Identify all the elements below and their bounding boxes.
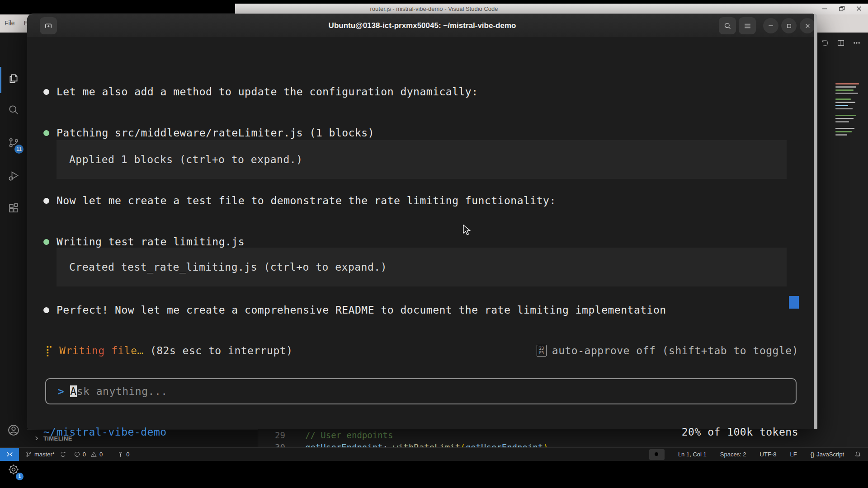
editor-right-slice [817, 33, 868, 447]
errors-icon [74, 451, 80, 458]
code-token: : [383, 442, 388, 447]
more-actions-icon[interactable] [853, 39, 861, 47]
broadcast-count: 0 [126, 451, 129, 458]
terminal-minimize-button[interactable] [763, 18, 778, 33]
new-tab-icon [44, 21, 53, 30]
indentation-status[interactable]: Spaces: 2 [717, 448, 750, 461]
minimap-line [835, 102, 855, 103]
vscode-window-controls [821, 5, 863, 12]
chat-input[interactable]: >Ask anything... [45, 378, 797, 404]
terminal-window: Ubuntu@0138-ict-prxmx50045: ~/mistral-vi… [27, 14, 817, 429]
token-usage: 20% of 100k tokens [682, 426, 798, 438]
sidebar-item-source-control[interactable]: 11 [3, 132, 24, 154]
problems-status[interactable]: 0 0 [70, 448, 106, 461]
terminal-search-button[interactable] [719, 17, 736, 34]
encoding-status[interactable]: UTF-8 [756, 448, 780, 461]
broadcast-status[interactable]: 0 [113, 448, 133, 461]
active-view-indicator [0, 67, 1, 93]
status-action: Writing file… [59, 345, 144, 357]
minimap-line [835, 118, 854, 119]
spinner-icon: ⡏ [45, 345, 53, 357]
scm-badge: 11 [14, 145, 24, 154]
hamburger-menu-icon [743, 22, 752, 30]
code-token: ( [460, 442, 465, 447]
history-icon[interactable] [821, 39, 829, 47]
terminal-close-button[interactable] [800, 18, 815, 33]
notifications-bell-icon[interactable] [854, 450, 862, 458]
vscode-titlebar: router.js - mistral-vibe-demo - Visual S… [235, 4, 868, 14]
code-line-29: 29// User endpoints [258, 430, 393, 440]
new-tab-button[interactable] [40, 17, 57, 34]
minimap-line [835, 86, 856, 88]
tool-call-message: Patching src/middleware/rateLimiter.js (… [43, 127, 374, 139]
minimap-line [835, 108, 853, 109]
sidebar-item-search[interactable] [3, 99, 24, 121]
search-icon [723, 22, 732, 30]
working-status-line: ⡏ Writing file… (82s esc to interrupt) [45, 345, 293, 357]
working-directory: ~/mistral-vibe-demo [43, 426, 167, 438]
vscode-close-icon[interactable] [855, 5, 863, 12]
cwd-path: ~/mistral-vibe-demo [43, 426, 167, 438]
message-text: Perfect! Now let me create a comprehensi… [57, 304, 666, 316]
code-token: getUserEndpoint [305, 442, 383, 447]
message-text: Let me also add a method to update the c… [57, 86, 478, 98]
terminal-scrollbar[interactable] [814, 14, 817, 429]
auto-approve-label: auto-approve off (shift+tab to toggle) [552, 345, 798, 357]
account-icon [7, 423, 20, 437]
vscode-restore-icon[interactable] [838, 5, 845, 12]
message-text: Writing test_rate_limiting.js [57, 236, 245, 248]
terminal-window-title: Ubuntu@0138-ict-prxmx50045: ~/mistral-vi… [329, 21, 516, 30]
sidebar-item-explorer[interactable] [3, 68, 24, 89]
cursor-position-status[interactable]: Ln 1, Col 1 [675, 448, 710, 461]
maximize-icon [786, 23, 793, 29]
sidebar-item-extensions[interactable] [3, 197, 24, 219]
prompt-chevron: > [58, 385, 64, 397]
text-cursor: A [70, 385, 76, 397]
terminal-titlebar[interactable]: Ubuntu@0138-ict-prxmx50045: ~/mistral-vi… [27, 14, 817, 38]
terminal-menu-button[interactable] [739, 17, 756, 34]
vscode-minimize-icon[interactable] [821, 5, 828, 12]
settings-button[interactable]: 1 [3, 459, 24, 480]
status-bar: master* 0 0 0 [0, 447, 868, 461]
menu-file[interactable]: File [5, 19, 15, 27]
scrollbar-thumb[interactable] [789, 296, 799, 309]
missing-glyph-icon: 23 F5 [537, 345, 547, 357]
message-text: Now let me create a test file to demonst… [57, 195, 556, 206]
code-token: withRateLimit [388, 442, 460, 447]
tool-result-panel[interactable]: Applied 1 blocks (ctrl+o to expand.) [57, 140, 787, 179]
remote-icon [6, 450, 14, 458]
terminal-content[interactable]: Let me also add a method to update the c… [27, 38, 814, 429]
minimize-icon [767, 22, 774, 29]
minimap-line [835, 83, 859, 84]
terminal-maximize-button[interactable] [781, 18, 797, 33]
zoom-indicator[interactable] [649, 449, 665, 460]
glyph-hex-row: 23 [539, 346, 544, 351]
auto-approve-status: 23 F5 auto-approve off (shift+tab to tog… [537, 345, 798, 357]
bullet-icon [43, 130, 49, 136]
split-editor-icon[interactable] [837, 39, 845, 47]
branch-name: master* [34, 451, 55, 458]
assistant-message: Let me also add a method to update the c… [43, 86, 478, 98]
tool-result-panel[interactable]: Created test_rate_limiting.js (ctrl+o to… [57, 248, 787, 286]
eol-status[interactable]: LF [786, 448, 800, 461]
code-line-30: 30getUserEndpoint: withRateLimit(getUser… [258, 442, 548, 447]
sidebar-item-run-debug[interactable] [3, 165, 24, 187]
minimap-line [835, 134, 847, 136]
remote-indicator[interactable] [0, 448, 19, 461]
debug-icon [7, 169, 20, 182]
account-button[interactable] [3, 419, 24, 441]
minimap[interactable] [835, 83, 864, 137]
encoding-text: UTF-8 [760, 451, 777, 458]
minimap-line [835, 115, 856, 116]
assistant-message: Now let me create a test file to demonst… [43, 195, 556, 206]
input-placeholder: sk anything... [77, 385, 168, 397]
files-icon [7, 72, 20, 85]
bullet-icon [43, 89, 49, 95]
language-mode-status[interactable]: {} JavaScript [807, 448, 848, 461]
line-number: 30 [258, 442, 285, 447]
search-icon [7, 103, 20, 116]
git-branch-status[interactable]: master* [22, 448, 70, 461]
vscode-window-title: router.js - mistral-vibe-demo - Visual S… [370, 5, 498, 12]
status-detail: (82s esc to interrupt) [150, 345, 293, 357]
bullet-icon [43, 239, 49, 245]
